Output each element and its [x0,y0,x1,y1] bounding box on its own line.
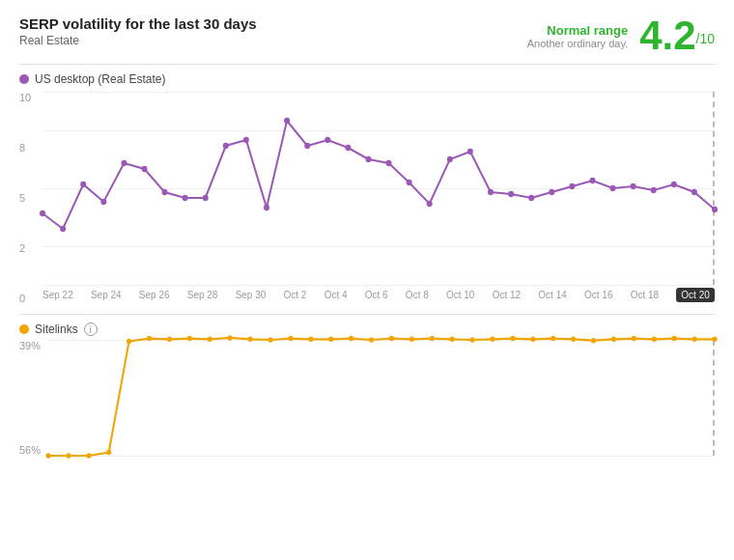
score-label: Normal range Another ordinary day. [527,23,628,49]
svg-point-13 [304,143,310,149]
serp-legend-dot [19,74,29,84]
svg-point-14 [325,137,330,143]
svg-point-58 [530,337,535,342]
info-icon[interactable]: i [84,322,98,336]
score-label-text: Normal range [527,23,628,38]
svg-point-63 [632,336,636,341]
svg-point-43 [228,335,233,340]
svg-point-59 [550,336,555,341]
svg-point-8 [203,195,209,201]
chart-divider [19,314,715,315]
sitelinks-legend: Sitelinks i [19,322,715,336]
svg-point-51 [389,336,394,341]
svg-point-50 [369,337,374,342]
x-oct16: Oct 16 [584,290,612,300]
svg-point-44 [247,337,252,342]
x-oct20: Oct 20 [676,288,714,302]
svg-point-36 [86,453,91,458]
svg-point-38 [127,339,131,344]
svg-point-33 [712,207,718,212]
svg-point-20 [447,156,453,162]
svg-point-49 [349,336,353,341]
svg-point-18 [407,180,412,185]
svg-point-37 [106,450,111,455]
svg-point-56 [490,337,494,342]
score-display: 4.2/10 [639,15,715,56]
y-label-8: 8 [19,142,41,154]
svg-point-57 [510,336,515,341]
x-oct12: Oct 12 [493,290,521,300]
svg-point-31 [671,182,677,187]
x-sep30: Sep 30 [236,290,267,300]
svg-point-39 [147,336,152,341]
svg-point-9 [223,143,229,149]
y-label-56: 56% [19,444,46,456]
svg-point-41 [187,336,192,341]
serp-svg [42,92,715,285]
main-container: SERP volatility for the last 30 days Rea… [0,0,734,471]
svg-point-24 [528,195,534,201]
svg-point-27 [590,178,596,183]
score-desc: Another ordinary day. [527,38,628,49]
svg-point-17 [386,160,392,166]
x-sep26: Sep 26 [139,290,170,300]
svg-point-62 [611,337,616,342]
svg-point-15 [345,145,351,151]
x-oct14: Oct 14 [538,290,566,300]
serp-chart-section: US desktop (Real Estate) 10 8 5 2 0 [19,72,715,304]
svg-point-45 [268,337,272,342]
svg-point-16 [366,156,372,162]
svg-point-0 [40,210,45,216]
score-block: Normal range Another ordinary day. 4.2/1… [527,15,715,56]
serp-legend-label: US desktop (Real Estate) [35,72,165,86]
sitelinks-grid-bottom [48,456,715,457]
svg-point-29 [631,183,636,189]
svg-point-30 [651,187,657,193]
y-label-5: 5 [19,192,41,204]
svg-point-23 [508,191,514,197]
svg-point-54 [450,337,455,342]
sitelinks-y-axis: 39% 56% [19,340,46,456]
svg-point-35 [66,453,71,458]
svg-point-3 [100,199,106,205]
svg-point-66 [692,337,696,342]
x-oct6: Oct 6 [365,290,388,300]
x-oct10: Oct 10 [446,290,474,300]
x-sep28: Sep 28 [187,290,218,300]
svg-point-2 [80,182,86,187]
main-title: SERP volatility for the last 30 days [19,15,257,32]
svg-point-60 [571,337,576,342]
svg-point-7 [183,195,188,201]
x-sep24: Sep 24 [91,290,122,300]
svg-point-1 [60,226,66,232]
svg-point-67 [712,337,717,342]
serp-legend: US desktop (Real Estate) [19,72,715,86]
serp-chart-wrapper: 10 8 5 2 0 [19,92,715,304]
svg-point-65 [672,336,677,341]
sitelinks-chart-area [48,340,715,456]
svg-point-10 [243,137,249,143]
svg-point-40 [167,337,172,342]
x-oct18: Oct 18 [631,290,659,300]
x-oct2: Oct 2 [284,290,307,300]
serp-x-axis: Sep 22 Sep 24 Sep 26 Sep 28 Sep 30 Oct 2… [42,285,715,304]
svg-point-55 [469,337,474,342]
svg-point-52 [409,337,414,342]
svg-point-42 [208,337,212,342]
title-block: SERP volatility for the last 30 days Rea… [19,15,257,47]
sitelinks-legend-label: Sitelinks [35,322,78,336]
svg-point-28 [610,185,616,191]
x-sep22: Sep 22 [42,290,73,300]
svg-point-48 [328,337,333,342]
serp-chart-area [42,92,715,285]
svg-point-4 [121,160,127,166]
serp-y-axis: 10 8 5 2 0 [19,92,41,304]
svg-point-34 [45,453,50,458]
svg-point-26 [569,183,575,189]
sitelinks-svg [48,340,715,456]
svg-point-25 [549,189,554,195]
header-divider [19,64,715,65]
svg-point-46 [288,336,293,341]
svg-point-61 [591,338,596,343]
x-oct4: Oct 4 [325,290,348,300]
